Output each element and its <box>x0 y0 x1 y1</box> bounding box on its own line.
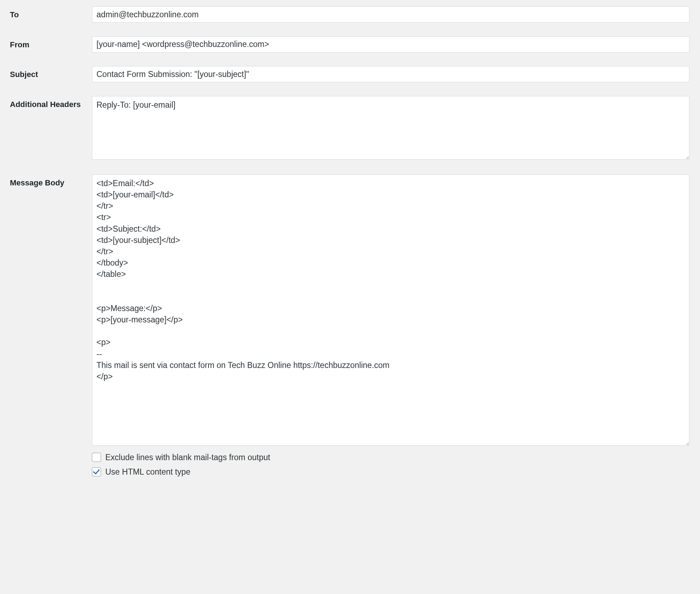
label-additional-headers: Additional Headers <box>0 90 92 168</box>
mail-settings-table: To From Subject Additional Headers Messa… <box>0 0 700 483</box>
label-subject: Subject <box>0 60 92 90</box>
subject-input[interactable] <box>92 66 689 82</box>
label-from: From <box>0 30 92 60</box>
exclude-blank-label[interactable]: Exclude lines with blank mail-tags from … <box>105 453 270 462</box>
use-html-checkbox[interactable] <box>92 467 101 476</box>
additional-headers-textarea[interactable] <box>92 96 689 160</box>
to-input[interactable] <box>92 6 689 23</box>
label-message-body: Message Body <box>0 168 92 483</box>
use-html-label[interactable]: Use HTML content type <box>105 467 190 477</box>
label-to: To <box>0 0 92 30</box>
from-input[interactable] <box>92 36 689 53</box>
exclude-blank-checkbox[interactable] <box>92 453 101 462</box>
message-body-textarea[interactable] <box>92 174 689 446</box>
